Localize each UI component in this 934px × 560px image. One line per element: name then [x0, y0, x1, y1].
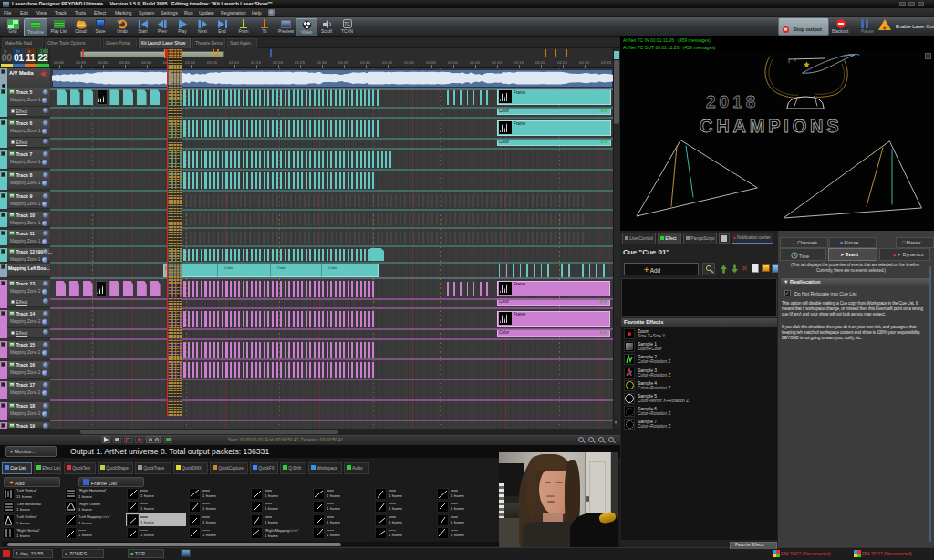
svg-text:2018: 2018 [706, 92, 759, 111]
svg-text:CHAMPIONS: CHAMPIONS [700, 116, 842, 136]
svg-text:beta: beta [78, 23, 86, 27]
